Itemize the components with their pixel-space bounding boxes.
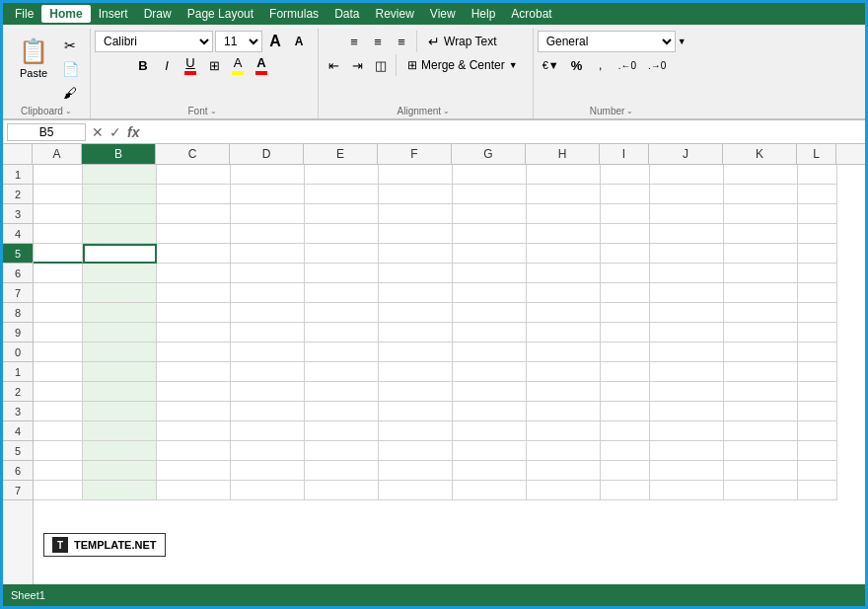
cell-d6[interactable] (231, 264, 305, 283)
cell-i13[interactable] (601, 402, 650, 421)
cell-b15[interactable] (83, 441, 157, 461)
cell-d15[interactable] (231, 441, 305, 461)
cell-e4[interactable] (305, 224, 379, 244)
fill-color-button[interactable]: A (227, 54, 249, 76)
cell-d14[interactable] (231, 421, 305, 441)
font-decrease-button[interactable]: A (288, 31, 310, 52)
cell-g16[interactable] (453, 461, 527, 481)
cell-h6[interactable] (527, 264, 601, 283)
cell-a17[interactable] (34, 481, 83, 500)
cell-h16[interactable] (527, 461, 601, 481)
cell-g13[interactable] (453, 402, 527, 421)
cell-c12[interactable] (157, 382, 231, 402)
cell-a2[interactable] (34, 185, 83, 204)
col-header-e[interactable]: E (304, 144, 378, 164)
row-header-10[interactable]: 0 (3, 343, 33, 362)
cell-c4[interactable] (157, 224, 231, 244)
cell-j5[interactable] (650, 244, 724, 264)
cell-c17[interactable] (157, 481, 231, 500)
cell-i1[interactable] (601, 165, 650, 185)
cell-l2[interactable] (798, 185, 837, 204)
align-center-button[interactable]: ≡ (367, 31, 389, 52)
cell-a5[interactable] (34, 244, 83, 264)
row-header-12[interactable]: 2 (3, 382, 33, 402)
cell-j1[interactable] (650, 165, 724, 185)
cell-g4[interactable] (453, 224, 527, 244)
confirm-icon[interactable]: ✓ (108, 124, 123, 140)
cell-h7[interactable] (527, 283, 601, 303)
row-header-7[interactable]: 7 (3, 283, 33, 303)
cell-f1[interactable] (379, 165, 453, 185)
col-header-j[interactable]: J (649, 144, 723, 164)
cell-k13[interactable] (724, 402, 798, 421)
cell-a13[interactable] (34, 402, 83, 421)
cell-h9[interactable] (527, 323, 601, 343)
cell-g10[interactable] (453, 343, 527, 362)
cell-i11[interactable] (601, 362, 650, 382)
cell-k7[interactable] (724, 283, 798, 303)
cell-f12[interactable] (379, 382, 453, 402)
paste-button[interactable]: 📋 Paste (11, 31, 56, 84)
cell-b1[interactable] (83, 165, 157, 185)
function-icon[interactable]: fx (125, 124, 141, 140)
cell-h5[interactable] (527, 244, 601, 264)
cancel-icon[interactable]: ✕ (90, 124, 106, 140)
cell-c10[interactable] (157, 343, 231, 362)
number-format-expand-icon[interactable]: ▼ (678, 37, 687, 46)
cell-l7[interactable] (798, 283, 837, 303)
cell-l15[interactable] (798, 441, 837, 461)
menu-review[interactable]: Review (367, 5, 421, 23)
col-header-d[interactable]: D (230, 144, 304, 164)
cell-g3[interactable] (453, 204, 527, 224)
row-header-17[interactable]: 7 (3, 481, 33, 500)
cell-l16[interactable] (798, 461, 837, 481)
orientation-button[interactable]: ◫ (370, 54, 392, 76)
cell-c1[interactable] (157, 165, 231, 185)
comma-button[interactable]: , (590, 54, 612, 76)
cell-k14[interactable] (724, 421, 798, 441)
cell-i16[interactable] (601, 461, 650, 481)
cell-c16[interactable] (157, 461, 231, 481)
cell-f5[interactable] (379, 244, 453, 264)
corner-cell[interactable] (3, 144, 33, 164)
cell-i17[interactable] (601, 481, 650, 500)
cell-a1[interactable] (34, 165, 83, 185)
cell-e5[interactable] (305, 244, 379, 264)
cell-a14[interactable] (34, 421, 83, 441)
cell-c5[interactable] (157, 244, 231, 264)
cell-f7[interactable] (379, 283, 453, 303)
cell-h13[interactable] (527, 402, 601, 421)
cell-f4[interactable] (379, 224, 453, 244)
cell-j11[interactable] (650, 362, 724, 382)
cell-g15[interactable] (453, 441, 527, 461)
cell-f13[interactable] (379, 402, 453, 421)
cell-c15[interactable] (157, 441, 231, 461)
cell-k3[interactable] (724, 204, 798, 224)
cell-e9[interactable] (305, 323, 379, 343)
cell-h8[interactable] (527, 303, 601, 323)
cell-b2[interactable] (83, 185, 157, 204)
cell-d3[interactable] (231, 204, 305, 224)
cell-a3[interactable] (34, 204, 83, 224)
col-header-f[interactable]: F (378, 144, 452, 164)
col-header-a[interactable]: A (33, 144, 82, 164)
cell-k6[interactable] (724, 264, 798, 283)
cell-j10[interactable] (650, 343, 724, 362)
row-header-2[interactable]: 2 (3, 185, 33, 204)
wrap-text-button[interactable]: ↵ Wrap Text (421, 31, 504, 52)
row-header-15[interactable]: 5 (3, 441, 33, 461)
cell-e13[interactable] (305, 402, 379, 421)
border-button[interactable]: ⊞ (203, 54, 225, 76)
cell-d13[interactable] (231, 402, 305, 421)
cell-k8[interactable] (724, 303, 798, 323)
cell-d12[interactable] (231, 382, 305, 402)
cell-d17[interactable] (231, 481, 305, 500)
cell-j7[interactable] (650, 283, 724, 303)
cell-l17[interactable] (798, 481, 837, 500)
cell-e11[interactable] (305, 362, 379, 382)
cell-f16[interactable] (379, 461, 453, 481)
cell-h11[interactable] (527, 362, 601, 382)
row-header-16[interactable]: 6 (3, 461, 33, 481)
cell-k4[interactable] (724, 224, 798, 244)
cell-a16[interactable] (34, 461, 83, 481)
